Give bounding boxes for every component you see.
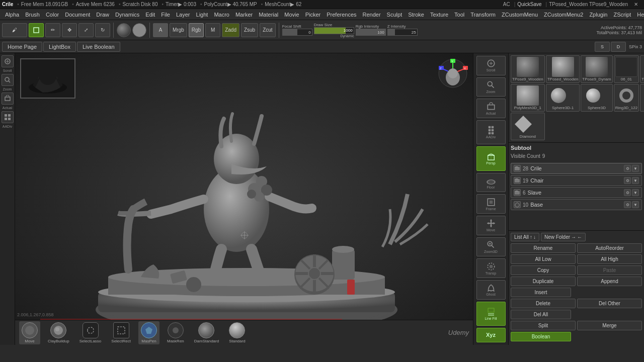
persp-icon-btn[interactable]: Persp [476, 146, 506, 170]
m-btn[interactable]: M [205, 23, 220, 37]
quicksave-btn[interactable]: QuickSave [517, 2, 541, 7]
preset-item-ring3d[interactable]: Ring3D [640, 84, 644, 112]
delete-btn[interactable]: Delete [511, 299, 576, 308]
preset-item-diamond[interactable]: Diamond [511, 113, 545, 140]
zoom3d-icon-btn[interactable]: Zoom3D [476, 237, 506, 257]
scroll-btn[interactable] [2, 55, 14, 67]
zoom-btn[interactable] [2, 74, 14, 86]
tool-maspen[interactable]: MasPen [138, 321, 159, 344]
menu-item-color[interactable]: Color [43, 11, 62, 19]
tool-move[interactable]: Move [19, 321, 40, 344]
tab-home-page[interactable]: Home Page [2, 42, 42, 52]
brush-selector[interactable]: 🖌 [2, 23, 27, 37]
subtool-item-chair[interactable]: 19 Chair ⚙ ▼ [511, 175, 642, 186]
rgb-intensity-slider[interactable]: 100 [356, 29, 386, 36]
rotate-btn[interactable]: ↻ [95, 23, 110, 37]
menu-item-zcustommenu[interactable]: ZCustomMenu [499, 11, 541, 19]
subtool-item-base[interactable]: 10 Base ⚙ ▼ [511, 199, 642, 210]
menu-item-material[interactable]: Material [256, 11, 281, 19]
mrgb-btn[interactable]: Mrgb [170, 23, 187, 37]
insert-btn[interactable]: Insert [511, 288, 571, 297]
actual-btn[interactable] [2, 93, 14, 105]
menu-item-zscript[interactable]: ZScript [610, 11, 634, 19]
menu-item-tool[interactable]: Tool [451, 11, 467, 19]
tool-selectrect[interactable]: SelectRect [109, 321, 133, 344]
menu-item-draw[interactable]: Draw [93, 11, 112, 19]
menu-item-picker[interactable]: Picker [302, 11, 324, 19]
close-icon[interactable]: ✕ [634, 2, 638, 7]
aadiv-icon-btn[interactable]: AADiv [476, 120, 506, 144]
floor-icon-btn[interactable]: Floor [476, 173, 506, 193]
menu-item-zcustommenu2[interactable]: ZCustomMenu2 [541, 11, 586, 19]
zsub-btn[interactable]: Zsub [241, 23, 258, 37]
menu-item-help[interactable]: Help [634, 11, 644, 19]
tool-standard[interactable]: Standard [226, 321, 248, 344]
xyz-icon-btn[interactable]: Xyz [476, 328, 506, 342]
tool-maskren[interactable]: MaskRen [165, 321, 187, 344]
menu-item-light[interactable]: Light [193, 11, 211, 19]
subtool-gear-slave[interactable]: ⚙ [624, 189, 631, 196]
subtool-arrow-chair[interactable]: ▼ [632, 177, 639, 184]
menu-item-stroke[interactable]: Stroke [405, 11, 427, 19]
z-intensity-slider[interactable]: 25 [387, 29, 418, 36]
subtool-gear-base[interactable]: ⚙ [624, 201, 631, 208]
subtool-arrow-base[interactable]: ▼ [632, 201, 639, 208]
scale-btn[interactable]: ⤢ [78, 23, 94, 37]
preset-item-polymesh[interactable]: PolyMesh3D_1 [511, 84, 545, 112]
canvas-area[interactable]: X Y Z 2.006,1.267,0.858 [15, 53, 473, 345]
boolean-btn[interactable]: Boolean [511, 332, 571, 341]
subtool-item-slave[interactable]: 6 Slave ⚙ ▼ [511, 187, 642, 198]
move-btn[interactable]: ✥ [62, 23, 77, 37]
preset-item-ring3d-122[interactable]: Ring3D_122 [614, 84, 639, 112]
focal-shift-slider[interactable]: 0 [282, 29, 312, 36]
menu-item-macro[interactable]: Macro [211, 11, 232, 19]
subtool-arrow-slave[interactable]: ▼ [632, 189, 639, 196]
duplicate-btn[interactable]: Duplicate [511, 277, 576, 286]
menu-item-layer[interactable]: Layer [173, 11, 193, 19]
tab-live-boolean[interactable]: Live Boolean [77, 42, 120, 52]
subtool-gear-chair[interactable]: ⚙ [624, 177, 631, 184]
zadd-btn[interactable]: Zadd [222, 23, 239, 37]
paste-btn[interactable]: Paste [577, 265, 642, 275]
rename-btn[interactable]: Rename [511, 243, 576, 253]
preset-item-sphere3d1[interactable]: Sphere3D-1 [546, 84, 580, 112]
d-indicator[interactable]: D [611, 42, 626, 52]
append-btn[interactable]: Append [577, 277, 642, 286]
rgb-btn[interactable]: Rgb [189, 23, 204, 37]
menu-item-alpha[interactable]: Alpha [2, 11, 22, 19]
del-all-btn[interactable]: Del All [511, 310, 571, 319]
color-preview[interactable] [132, 23, 146, 37]
tool-selectlasso[interactable]: SelectLasso [77, 321, 104, 344]
menu-item-zplugin[interactable]: Zplugin [586, 11, 610, 19]
menu-item-document[interactable]: Document [62, 11, 93, 19]
line-fill-icon-btn[interactable]: Line Fill [476, 302, 506, 326]
menu-item-transform[interactable]: Transform [467, 11, 499, 19]
move-icon-btn[interactable]: Move [476, 216, 506, 235]
menu-item-brush[interactable]: Brush [22, 11, 43, 19]
ghost-icon-btn[interactable]: Ghost [476, 280, 506, 300]
zcut-btn[interactable]: Zcut [260, 23, 275, 37]
scroll-icon-btn[interactable]: Scroll [476, 56, 506, 75]
mode-a-btn[interactable]: A [153, 23, 168, 37]
draw-mode-btn[interactable] [29, 23, 44, 37]
preset-item-tpose10[interactable]: TPose10_Dynam [640, 55, 644, 83]
copy-btn[interactable]: Copy [511, 265, 576, 275]
merge-btn[interactable]: Merge [577, 321, 642, 330]
menu-item-texture[interactable]: Texture [427, 11, 451, 19]
zoom-icon-btn[interactable]: Zoom [476, 77, 506, 97]
subtool-gear-crile[interactable]: ⚙ [624, 165, 631, 172]
auto-reorder-btn[interactable]: AutoReorder [577, 243, 642, 253]
preset-item-0601[interactable]: 06_01 [614, 55, 639, 83]
tool-claybuildup[interactable]: ClayBuildup [45, 321, 72, 344]
tab-lightbox[interactable]: LightBox [43, 42, 76, 52]
aadiv-btn[interactable] [2, 111, 14, 123]
del-other-btn[interactable]: Del Other [577, 299, 642, 308]
preset-item-tpose9-dynam[interactable]: TPose9_Dynam [581, 55, 612, 83]
list-all-btn[interactable]: List All ↑ ↓ [511, 233, 539, 241]
preset-item-tpose-wooden[interactable]: TPosed_Wooden [546, 55, 580, 83]
material-preview[interactable] [117, 23, 131, 37]
menu-item-render[interactable]: Render [360, 11, 384, 19]
menu-item-dynamics[interactable]: Dynamics [112, 11, 142, 19]
frame-icon-btn[interactable]: Frame [476, 194, 506, 214]
s-indicator[interactable]: S [595, 42, 610, 52]
